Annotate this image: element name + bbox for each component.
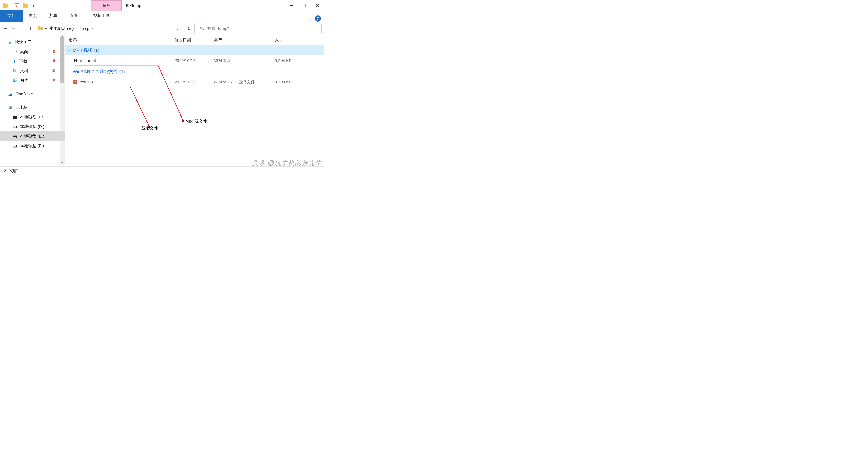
back-button[interactable]: 🠔: [3, 24, 9, 33]
breadcrumb-overflow[interactable]: «: [45, 26, 47, 31]
up-button[interactable]: 🠕: [27, 24, 33, 33]
breadcrumb-folder[interactable]: Temp: [80, 26, 89, 31]
column-type-label: 类型: [214, 38, 222, 42]
download-icon: ⬇: [12, 59, 16, 64]
sidebar-label: 桌面: [20, 49, 28, 55]
annotation-mp4-label: Mp4 源文件: [185, 118, 207, 124]
recent-locations-button[interactable]: ⌵: [19, 24, 25, 33]
file-date: 2020/11/15 ...: [175, 80, 214, 85]
sidebar-quick-access[interactable]: ★ 快速访问: [0, 37, 65, 47]
refresh-button[interactable]: ↻: [183, 24, 194, 33]
navigation-bar: 🠔 🠖 ⌵ 🠕 « 本地磁盘 (E:) › Temp › ⌵ ↻ 🔍 搜索"Te…: [0, 22, 324, 35]
sidebar-desktop[interactable]: 🖵 桌面 📌: [0, 47, 65, 57]
help-icon[interactable]: ?: [315, 15, 321, 22]
column-type[interactable]: ⌃ 类型: [214, 37, 275, 43]
search-placeholder: 搜索"Temp": [208, 26, 229, 31]
navigation-pane: ▲ ▼ ★ 快速访问 🖵 桌面 📌 ⬇ 下载 📌 🗎 文档 📌 🖼 图片 📌: [0, 35, 65, 165]
search-box[interactable]: 🔍 搜索"Temp": [197, 24, 322, 33]
file-row-mp4[interactable]: 🎞 text.mp4 2020/10/17 ... MP4 视频 9,204 K…: [65, 55, 324, 66]
tab-video-tools[interactable]: 视频工具: [89, 9, 114, 22]
svg-point-2: [182, 120, 184, 122]
sidebar-label: 图片: [20, 78, 28, 83]
file-type: WinRAR ZIP 压缩文件: [214, 79, 275, 85]
group-mp4[interactable]: ⌵ MP4 视频 (1): [65, 45, 324, 55]
context-tab-label: 播放: [103, 3, 110, 8]
column-size[interactable]: 大小: [275, 37, 314, 43]
sidebar-drive-c[interactable]: 🖴 本地磁盘 (C:): [0, 112, 65, 122]
sidebar-this-pc[interactable]: 🖳 此电脑: [0, 103, 65, 112]
dropdown-icon[interactable]: ▾━: [31, 3, 37, 9]
maximize-button[interactable]: ☐: [298, 0, 311, 11]
file-name: text.mp4: [80, 58, 96, 63]
context-tab-play[interactable]: 播放: [91, 0, 122, 11]
sidebar-drive-f[interactable]: 🖴 本地磁盘 (F:): [0, 141, 65, 151]
file-size: 9,204 KB: [275, 58, 314, 63]
window-controls: ━ ☐ ✕: [285, 0, 324, 11]
scroll-down-icon[interactable]: ▼: [60, 161, 64, 164]
status-bar: 2 个项目: [0, 166, 324, 175]
pin-icon: 📌: [51, 77, 57, 84]
sidebar-label: 此电脑: [16, 105, 28, 110]
sidebar-drive-d[interactable]: 🖴 本地磁盘 (D:): [0, 122, 65, 131]
sort-arrow-icon: ⌃: [235, 36, 238, 40]
drive-icon: 🖴: [12, 115, 17, 120]
watermark: 头杀 @玩手机的张先生: [252, 158, 322, 167]
sidebar-label: OneDrive: [16, 92, 33, 96]
checkbox-icon[interactable]: ✔: [14, 3, 20, 9]
column-headers: 名称 修改日期 ⌃ 类型 大小: [65, 35, 324, 45]
sidebar-drive-e[interactable]: 🖴 本地磁盘 (E:): [0, 131, 65, 141]
group-zip[interactable]: ⌵ WinRAR ZIP 压缩文件 (1): [65, 66, 324, 76]
file-name: text.zip: [80, 80, 93, 85]
address-bar[interactable]: « 本地磁盘 (E:) › Temp › ⌵: [36, 24, 181, 33]
folder-icon-2[interactable]: [23, 3, 29, 9]
forward-button[interactable]: 🠖: [11, 24, 17, 33]
column-date[interactable]: 修改日期: [175, 37, 214, 43]
cloud-icon: ☁: [8, 92, 12, 97]
body: ▲ ▼ ★ 快速访问 🖵 桌面 📌 ⬇ 下载 📌 🗎 文档 📌 🖼 图片 📌: [0, 35, 324, 165]
close-button[interactable]: ✕: [311, 0, 324, 11]
folder-icon: [38, 27, 43, 30]
address-dropdown-icon[interactable]: ⌵: [177, 26, 179, 30]
file-date: 2020/10/17 ...: [175, 58, 214, 63]
file-list-pane: 名称 修改日期 ⌃ 类型 大小 ⌵ MP4 视频 (1) 🎞 text.mp4 …: [65, 35, 324, 165]
pin-icon: 📌: [51, 68, 57, 74]
divider: [11, 3, 11, 8]
chevron-right-icon[interactable]: ›: [76, 26, 77, 31]
item-count: 2 个项目: [4, 168, 19, 174]
chevron-right-icon[interactable]: ›: [92, 26, 93, 31]
sidebar-label: 本地磁盘 (D:): [20, 124, 44, 129]
chevron-down-icon: ⌵: [68, 69, 70, 73]
drive-icon: 🖴: [12, 134, 17, 138]
sidebar-onedrive[interactable]: ☁ OneDrive: [0, 89, 65, 99]
file-row-zip[interactable]: 📦 text.zip 2020/11/15 ... WinRAR ZIP 压缩文…: [65, 76, 324, 88]
folder-icon[interactable]: [2, 3, 8, 9]
tab-share[interactable]: 共享: [43, 10, 64, 22]
sidebar-documents[interactable]: 🗎 文档 📌: [0, 66, 65, 76]
sidebar-label: 本地磁盘 (C:): [20, 114, 44, 120]
tab-home[interactable]: 主页: [23, 10, 43, 22]
sidebar-pictures[interactable]: 🖼 图片 📌: [0, 76, 65, 85]
tab-file[interactable]: 文件: [0, 10, 23, 22]
pin-icon: 📌: [51, 58, 57, 64]
file-size: 9,190 KB: [275, 80, 314, 85]
sidebar-label: 快速访问: [15, 39, 32, 45]
title-bar: ✔ ▾━ 播放 E:\Temp ━ ☐ ✕: [0, 0, 324, 11]
pin-icon: 📌: [51, 49, 57, 55]
sidebar-downloads[interactable]: ⬇ 下载 📌: [0, 57, 65, 66]
column-name[interactable]: 名称: [65, 37, 175, 43]
drive-icon: 🖴: [12, 124, 17, 129]
drive-icon: 🖴: [12, 144, 17, 148]
document-icon: 🗎: [12, 68, 17, 73]
desktop-icon: 🖵: [12, 50, 17, 54]
annotation-zip-label: 压缩文件: [142, 125, 158, 131]
sidebar-label: 本地磁盘 (F:): [20, 143, 44, 149]
ribbon-tabs: 文件 主页 共享 查看 视频工具 ⌵ ?: [0, 11, 324, 22]
minimize-button[interactable]: ━: [285, 0, 298, 11]
sidebar-label: 下载: [19, 59, 27, 64]
video-file-icon: 🎞: [73, 58, 78, 63]
tab-view[interactable]: 查看: [64, 10, 84, 22]
chevron-down-icon[interactable]: ⌵: [309, 17, 311, 21]
group-label: MP4 视频 (1): [73, 47, 99, 53]
sidebar-label: 文档: [20, 68, 28, 74]
breadcrumb-drive[interactable]: 本地磁盘 (E:): [50, 26, 74, 31]
